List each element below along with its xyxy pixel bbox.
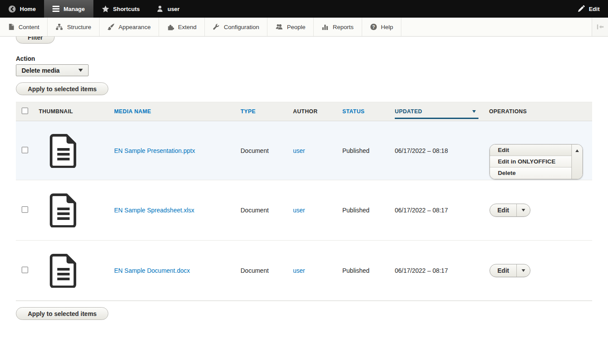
author-link[interactable]: user [293,147,305,154]
status-cell: Published [342,147,395,154]
media-name-link[interactable]: EN Sample Presentation.pptx [114,147,195,154]
bar-chart-icon [322,23,329,30]
chevron-down-icon [78,69,83,72]
svg-text:?: ? [372,24,374,30]
menu-people-label: People [287,24,305,30]
dropbutton-toggle[interactable] [516,204,530,216]
dropbutton-toggle[interactable] [571,145,582,179]
menu-item-content[interactable]: Content [0,18,48,36]
table-row: EN Sample Presentation.pptx Document use… [16,121,592,180]
pencil-icon [578,5,585,12]
help-icon: ? [370,23,377,30]
people-icon [275,23,283,30]
paintbrush-icon [108,23,115,30]
header-status[interactable]: STATUS [342,108,365,115]
hamburger-menu-icon [52,6,59,12]
menu-item-configuration[interactable]: Configuration [205,18,267,36]
header-updated-sort[interactable]: UPDATED [395,108,478,119]
toolbar-tab-shortcuts[interactable]: Shortcuts [93,0,148,18]
apply-to-selected-button-bottom[interactable]: Apply to selected items [16,307,108,320]
menu-reports-label: Reports [333,24,353,30]
toolbar-spacer [188,0,570,18]
table-header-row: THUMBNAIL MEDIA NAME TYPE AUTHOR STATUS … [16,102,592,121]
puzzle-icon [167,23,174,30]
operation-delete[interactable]: Delete [490,167,571,179]
status-cell: Published [342,207,395,214]
operations-dropbutton-open: Edit Edit in ONLYOFFICE Delete [489,144,583,179]
row-checkbox[interactable] [22,267,28,273]
toolbar-tab-manage[interactable]: Manage [44,0,93,18]
toolbar-tab-home[interactable]: Home [0,0,44,18]
action-select-value: Delete media [22,67,59,74]
operation-edit[interactable]: Edit [490,145,571,156]
table-row: EN Sample Spreadsheet.xlsx Document user… [16,180,592,240]
chevron-up-icon [575,149,579,152]
document-file-icon [50,134,77,168]
chevron-down-icon [522,209,525,212]
admin-menu-bar: Content Structure Appearance Extend [0,18,608,37]
updated-cell: 06/17/2022 – 08:17 [395,207,489,214]
type-cell: Document [241,207,293,214]
header-media-name[interactable]: MEDIA NAME [114,108,151,115]
table-row: EN Sample Document.docx Document user Pu… [16,240,592,301]
status-cell: Published [342,267,395,274]
wrench-icon [213,23,220,30]
header-updated[interactable]: UPDATED [395,108,422,115]
action-select[interactable]: Delete media [16,64,89,76]
operation-edit[interactable]: Edit [490,204,516,216]
menu-item-help[interactable]: ? Help [362,18,402,36]
menu-spacer [401,18,592,36]
author-link[interactable]: user [293,267,305,274]
menu-item-structure[interactable]: Structure [48,18,100,36]
main-content: Filter Action Delete media Apply to sele… [0,0,608,364]
toolbar-manage-label: Manage [63,6,85,12]
operation-edit[interactable]: Edit [490,264,516,277]
toolbar-home-label: Home [20,6,36,12]
toolbar-edit-button[interactable]: Edit [569,0,608,18]
menu-item-reports[interactable]: Reports [314,18,362,36]
thumbnail-cell [39,134,114,168]
media-table: THUMBNAIL MEDIA NAME TYPE AUTHOR STATUS … [16,102,592,301]
media-name-link[interactable]: EN Sample Document.docx [114,267,190,274]
content-icon [8,23,15,30]
action-label: Action [16,55,35,62]
type-cell: Document [241,267,293,274]
menu-item-people[interactable]: People [267,18,314,36]
updated-cell: 06/17/2022 – 08:17 [395,267,489,274]
menu-extend-label: Extend [178,24,196,30]
menu-content-label: Content [19,24,39,30]
row-checkbox[interactable] [22,206,28,213]
thumbnail-cell [39,193,114,227]
menu-item-extend[interactable]: Extend [159,18,205,36]
header-thumbnail: THUMBNAIL [39,108,114,115]
type-cell: Document [241,147,293,154]
row-checkbox[interactable] [22,147,28,153]
dropbutton-toggle[interactable] [516,264,530,277]
operation-edit-in-onlyoffice[interactable]: Edit in ONLYOFFICE [490,156,571,167]
drupal-media-admin-screen: Filter Action Delete media Apply to sele… [0,0,608,364]
star-icon [102,5,109,13]
menu-appearance-label: Appearance [119,24,151,30]
menu-item-appearance[interactable]: Appearance [100,18,159,36]
document-file-icon [50,253,77,288]
toolbar-edit-label: Edit [589,6,600,12]
toolbar-collapse-button[interactable] [592,18,608,36]
header-type[interactable]: TYPE [241,108,256,115]
select-all-checkbox[interactable] [22,108,28,114]
menu-help-label: Help [381,24,393,30]
author-link[interactable]: user [293,207,305,214]
media-name-link[interactable]: EN Sample Spreadsheet.xlsx [114,207,194,214]
document-file-icon [50,193,77,227]
user-icon [156,5,163,12]
structure-icon [56,23,63,30]
thumbnail-cell [39,253,114,288]
collapse-left-icon [597,23,604,30]
toolbar-user-label: user [167,6,179,12]
apply-to-selected-button-top[interactable]: Apply to selected items [16,82,108,95]
sort-desc-icon [472,110,476,113]
header-author: AUTHOR [293,108,342,115]
operations-dropbutton: Edit [489,204,530,217]
back-home-icon [8,5,16,13]
toolbar-shortcuts-label: Shortcuts [113,6,140,12]
toolbar-tab-user[interactable]: user [148,0,188,18]
